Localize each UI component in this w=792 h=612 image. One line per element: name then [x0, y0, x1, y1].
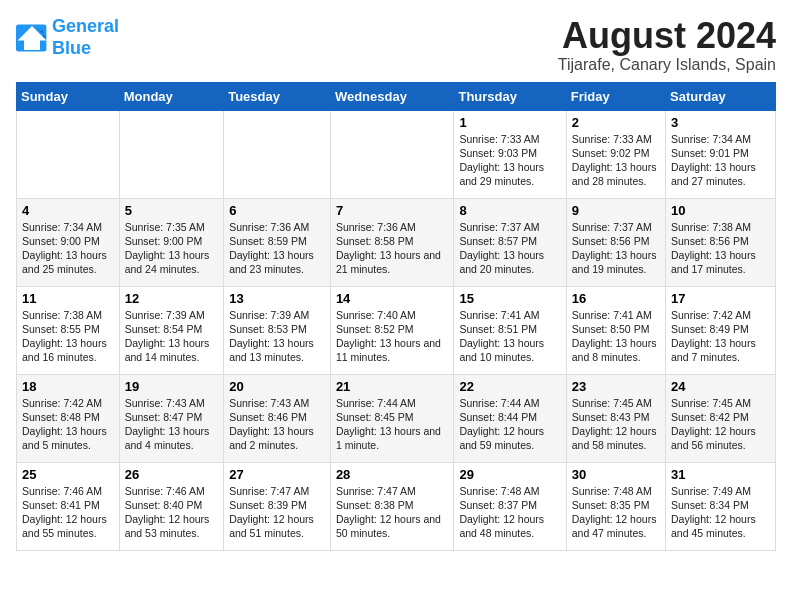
calendar-cell: 12Sunrise: 7:39 AM Sunset: 8:54 PM Dayli…	[119, 286, 223, 374]
cell-content: Sunrise: 7:34 AM Sunset: 9:01 PM Dayligh…	[671, 132, 770, 189]
calendar-cell	[17, 110, 120, 198]
header-tuesday: Tuesday	[224, 82, 331, 110]
subtitle: Tijarafe, Canary Islands, Spain	[558, 56, 776, 74]
day-number: 22	[459, 379, 560, 394]
cell-content: Sunrise: 7:39 AM Sunset: 8:54 PM Dayligh…	[125, 308, 218, 365]
cell-content: Sunrise: 7:33 AM Sunset: 9:03 PM Dayligh…	[459, 132, 560, 189]
calendar-header-row: SundayMondayTuesdayWednesdayThursdayFrid…	[17, 82, 776, 110]
calendar-cell: 14Sunrise: 7:40 AM Sunset: 8:52 PM Dayli…	[330, 286, 454, 374]
calendar-cell: 31Sunrise: 7:49 AM Sunset: 8:34 PM Dayli…	[666, 462, 776, 550]
cell-content: Sunrise: 7:45 AM Sunset: 8:43 PM Dayligh…	[572, 396, 660, 453]
calendar-cell: 6Sunrise: 7:36 AM Sunset: 8:59 PM Daylig…	[224, 198, 331, 286]
logo-line2: Blue	[52, 38, 91, 58]
day-number: 7	[336, 203, 449, 218]
header-thursday: Thursday	[454, 82, 566, 110]
calendar-cell	[330, 110, 454, 198]
calendar-cell: 16Sunrise: 7:41 AM Sunset: 8:50 PM Dayli…	[566, 286, 665, 374]
day-number: 20	[229, 379, 325, 394]
calendar-cell: 22Sunrise: 7:44 AM Sunset: 8:44 PM Dayli…	[454, 374, 566, 462]
logo-line1: General	[52, 16, 119, 36]
calendar-cell: 23Sunrise: 7:45 AM Sunset: 8:43 PM Dayli…	[566, 374, 665, 462]
cell-content: Sunrise: 7:34 AM Sunset: 9:00 PM Dayligh…	[22, 220, 114, 277]
day-number: 18	[22, 379, 114, 394]
calendar-cell	[119, 110, 223, 198]
day-number: 25	[22, 467, 114, 482]
day-number: 24	[671, 379, 770, 394]
cell-content: Sunrise: 7:41 AM Sunset: 8:50 PM Dayligh…	[572, 308, 660, 365]
day-number: 26	[125, 467, 218, 482]
logo: General Blue	[16, 16, 119, 59]
cell-content: Sunrise: 7:44 AM Sunset: 8:45 PM Dayligh…	[336, 396, 449, 453]
day-number: 2	[572, 115, 660, 130]
day-number: 27	[229, 467, 325, 482]
title-block: August 2024 Tijarafe, Canary Islands, Sp…	[558, 16, 776, 74]
calendar-week-2: 4Sunrise: 7:34 AM Sunset: 9:00 PM Daylig…	[17, 198, 776, 286]
calendar-cell: 29Sunrise: 7:48 AM Sunset: 8:37 PM Dayli…	[454, 462, 566, 550]
calendar-cell: 30Sunrise: 7:48 AM Sunset: 8:35 PM Dayli…	[566, 462, 665, 550]
day-number: 30	[572, 467, 660, 482]
calendar-cell: 26Sunrise: 7:46 AM Sunset: 8:40 PM Dayli…	[119, 462, 223, 550]
calendar-cell: 18Sunrise: 7:42 AM Sunset: 8:48 PM Dayli…	[17, 374, 120, 462]
cell-content: Sunrise: 7:49 AM Sunset: 8:34 PM Dayligh…	[671, 484, 770, 541]
calendar-cell: 13Sunrise: 7:39 AM Sunset: 8:53 PM Dayli…	[224, 286, 331, 374]
calendar-cell: 7Sunrise: 7:36 AM Sunset: 8:58 PM Daylig…	[330, 198, 454, 286]
header-wednesday: Wednesday	[330, 82, 454, 110]
day-number: 19	[125, 379, 218, 394]
calendar-cell: 20Sunrise: 7:43 AM Sunset: 8:46 PM Dayli…	[224, 374, 331, 462]
main-title: August 2024	[558, 16, 776, 56]
logo-icon	[16, 24, 48, 52]
cell-content: Sunrise: 7:41 AM Sunset: 8:51 PM Dayligh…	[459, 308, 560, 365]
day-number: 31	[671, 467, 770, 482]
cell-content: Sunrise: 7:44 AM Sunset: 8:44 PM Dayligh…	[459, 396, 560, 453]
cell-content: Sunrise: 7:38 AM Sunset: 8:55 PM Dayligh…	[22, 308, 114, 365]
cell-content: Sunrise: 7:43 AM Sunset: 8:46 PM Dayligh…	[229, 396, 325, 453]
calendar-cell: 10Sunrise: 7:38 AM Sunset: 8:56 PM Dayli…	[666, 198, 776, 286]
day-number: 29	[459, 467, 560, 482]
calendar-cell: 27Sunrise: 7:47 AM Sunset: 8:39 PM Dayli…	[224, 462, 331, 550]
calendar-cell: 17Sunrise: 7:42 AM Sunset: 8:49 PM Dayli…	[666, 286, 776, 374]
day-number: 12	[125, 291, 218, 306]
calendar-cell: 8Sunrise: 7:37 AM Sunset: 8:57 PM Daylig…	[454, 198, 566, 286]
day-number: 9	[572, 203, 660, 218]
cell-content: Sunrise: 7:40 AM Sunset: 8:52 PM Dayligh…	[336, 308, 449, 365]
calendar-cell: 28Sunrise: 7:47 AM Sunset: 8:38 PM Dayli…	[330, 462, 454, 550]
calendar-cell: 24Sunrise: 7:45 AM Sunset: 8:42 PM Dayli…	[666, 374, 776, 462]
calendar-cell: 21Sunrise: 7:44 AM Sunset: 8:45 PM Dayli…	[330, 374, 454, 462]
cell-content: Sunrise: 7:37 AM Sunset: 8:57 PM Dayligh…	[459, 220, 560, 277]
calendar-week-3: 11Sunrise: 7:38 AM Sunset: 8:55 PM Dayli…	[17, 286, 776, 374]
calendar-week-1: 1Sunrise: 7:33 AM Sunset: 9:03 PM Daylig…	[17, 110, 776, 198]
day-number: 23	[572, 379, 660, 394]
day-number: 13	[229, 291, 325, 306]
calendar-cell: 4Sunrise: 7:34 AM Sunset: 9:00 PM Daylig…	[17, 198, 120, 286]
day-number: 4	[22, 203, 114, 218]
calendar-cell: 9Sunrise: 7:37 AM Sunset: 8:56 PM Daylig…	[566, 198, 665, 286]
cell-content: Sunrise: 7:47 AM Sunset: 8:38 PM Dayligh…	[336, 484, 449, 541]
day-number: 11	[22, 291, 114, 306]
cell-content: Sunrise: 7:35 AM Sunset: 9:00 PM Dayligh…	[125, 220, 218, 277]
day-number: 10	[671, 203, 770, 218]
day-number: 1	[459, 115, 560, 130]
cell-content: Sunrise: 7:42 AM Sunset: 8:49 PM Dayligh…	[671, 308, 770, 365]
cell-content: Sunrise: 7:42 AM Sunset: 8:48 PM Dayligh…	[22, 396, 114, 453]
cell-content: Sunrise: 7:39 AM Sunset: 8:53 PM Dayligh…	[229, 308, 325, 365]
cell-content: Sunrise: 7:36 AM Sunset: 8:58 PM Dayligh…	[336, 220, 449, 277]
calendar-cell: 19Sunrise: 7:43 AM Sunset: 8:47 PM Dayli…	[119, 374, 223, 462]
calendar-cell: 25Sunrise: 7:46 AM Sunset: 8:41 PM Dayli…	[17, 462, 120, 550]
cell-content: Sunrise: 7:36 AM Sunset: 8:59 PM Dayligh…	[229, 220, 325, 277]
calendar-cell: 5Sunrise: 7:35 AM Sunset: 9:00 PM Daylig…	[119, 198, 223, 286]
day-number: 6	[229, 203, 325, 218]
logo-text: General Blue	[52, 16, 119, 59]
cell-content: Sunrise: 7:46 AM Sunset: 8:40 PM Dayligh…	[125, 484, 218, 541]
day-number: 8	[459, 203, 560, 218]
cell-content: Sunrise: 7:48 AM Sunset: 8:35 PM Dayligh…	[572, 484, 660, 541]
header-monday: Monday	[119, 82, 223, 110]
calendar-cell: 15Sunrise: 7:41 AM Sunset: 8:51 PM Dayli…	[454, 286, 566, 374]
day-number: 3	[671, 115, 770, 130]
calendar-cell: 3Sunrise: 7:34 AM Sunset: 9:01 PM Daylig…	[666, 110, 776, 198]
cell-content: Sunrise: 7:38 AM Sunset: 8:56 PM Dayligh…	[671, 220, 770, 277]
day-number: 15	[459, 291, 560, 306]
page-header: General Blue August 2024 Tijarafe, Canar…	[16, 16, 776, 74]
header-friday: Friday	[566, 82, 665, 110]
day-number: 21	[336, 379, 449, 394]
cell-content: Sunrise: 7:43 AM Sunset: 8:47 PM Dayligh…	[125, 396, 218, 453]
